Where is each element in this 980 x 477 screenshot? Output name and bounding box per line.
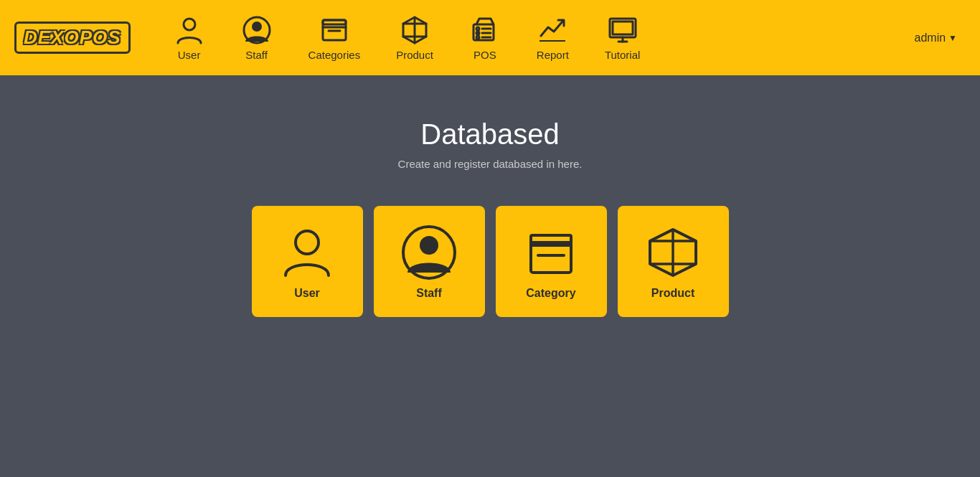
admin-label: admin xyxy=(915,32,946,44)
staff-icon xyxy=(241,14,273,46)
nav-label-user: User xyxy=(178,49,201,61)
logo[interactable]: DEXOPOS xyxy=(14,22,131,54)
card-category-icon xyxy=(522,224,580,281)
page-subtitle: Create and register databased in here. xyxy=(398,158,583,170)
user-icon xyxy=(174,14,205,46)
svg-point-12 xyxy=(476,27,479,30)
svg-rect-27 xyxy=(531,242,571,273)
product-icon xyxy=(399,14,430,46)
nav-item-report[interactable]: Report xyxy=(522,9,583,67)
card-staff[interactable]: Staff xyxy=(374,206,485,317)
nav-label-report: Report xyxy=(537,49,569,61)
card-category-label: Category xyxy=(526,287,575,300)
svg-rect-19 xyxy=(540,40,565,42)
card-user[interactable]: User xyxy=(252,206,363,317)
svg-point-26 xyxy=(420,236,438,255)
nav-label-pos: POS xyxy=(473,49,496,61)
svg-rect-23 xyxy=(613,22,633,34)
navbar: DEXOPOS User Staff xyxy=(0,0,980,75)
card-staff-icon xyxy=(400,224,458,281)
card-category[interactable]: Category xyxy=(496,206,607,317)
nav-item-categories[interactable]: Categories xyxy=(294,9,375,67)
admin-dropdown[interactable]: admin ▼ xyxy=(906,26,966,50)
card-user-icon xyxy=(278,224,336,281)
card-product-icon xyxy=(644,224,702,281)
nav-item-product[interactable]: Product xyxy=(382,9,448,67)
svg-point-24 xyxy=(296,231,319,254)
svg-point-0 xyxy=(184,19,195,30)
card-product-label: Product xyxy=(651,287,694,300)
nav-item-user[interactable]: User xyxy=(159,9,220,67)
nav-item-pos[interactable]: POS xyxy=(455,9,515,67)
logo-text: DEXOPOS xyxy=(14,22,131,54)
svg-point-2 xyxy=(252,22,262,32)
card-user-label: User xyxy=(294,287,320,300)
nav-label-tutorial: Tutorial xyxy=(605,49,640,61)
card-product[interactable]: Product xyxy=(618,206,729,317)
categories-icon xyxy=(319,14,350,46)
card-grid: User Staff Category xyxy=(252,206,729,317)
page-title: Databased xyxy=(420,118,559,151)
report-icon xyxy=(537,14,568,46)
pos-icon xyxy=(469,14,501,46)
nav-label-categories: Categories xyxy=(308,49,361,61)
nav-label-staff: Staff xyxy=(245,49,268,61)
nav-label-product: Product xyxy=(396,49,433,61)
tutorial-icon xyxy=(607,14,639,46)
card-staff-label: Staff xyxy=(416,287,442,300)
nav-item-staff[interactable]: Staff xyxy=(227,9,287,67)
svg-point-18 xyxy=(476,36,479,39)
caret-down-icon: ▼ xyxy=(948,33,957,43)
nav-items: User Staff Categories xyxy=(159,9,906,67)
main-content: Databased Create and register databased … xyxy=(0,75,980,317)
nav-item-tutorial[interactable]: Tutorial xyxy=(590,9,654,67)
